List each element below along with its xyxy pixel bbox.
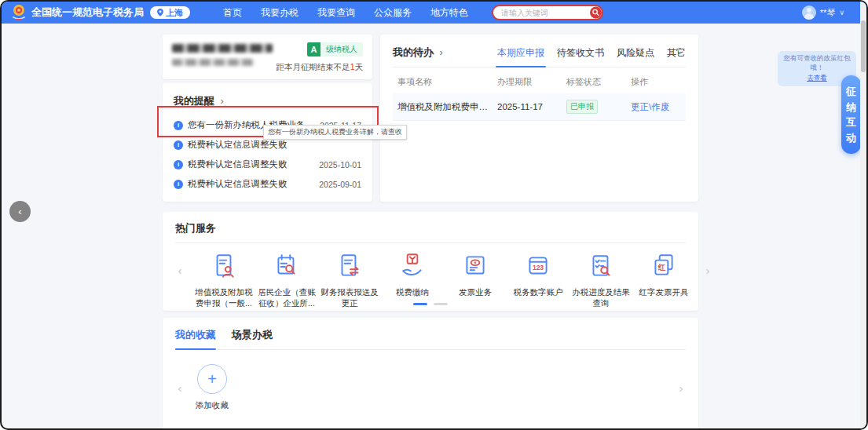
redacted-company-name <box>172 44 273 53</box>
rating-label: 级纳税人 <box>320 42 363 56</box>
column-header: 办理期限 <box>497 76 566 88</box>
info-icon: i <box>174 140 183 150</box>
svg-text:红: 红 <box>657 263 666 271</box>
service-item[interactable]: 增值税及附加税费申报（一般... <box>192 252 255 308</box>
doc-person-icon <box>210 252 238 280</box>
service-label: 增值税及附加税费申报（一般... <box>192 286 255 308</box>
reminder-text: 税费种认定信息调整失败 <box>188 159 314 170</box>
scrollbar-thumb[interactable] <box>861 20 866 72</box>
user-menu[interactable]: **琴 ∨ <box>802 5 844 20</box>
interaction-side-tab[interactable]: 征纳互动 <box>841 75 861 154</box>
doc-transfer-icon <box>335 252 364 280</box>
services-pagination <box>413 303 448 305</box>
location-pin-icon <box>157 9 163 16</box>
calendar-search-icon <box>273 252 301 280</box>
money-hand-icon <box>398 252 427 280</box>
location-label: 上海 <box>166 7 183 19</box>
service-label: 财务报表报送及更正 <box>318 286 381 308</box>
todos-tab[interactable]: 其它 <box>667 46 686 60</box>
service-label: 税费缴纳 <box>381 286 444 297</box>
service-label: 发票业务 <box>444 286 507 297</box>
top-navbar: 全国统一规范电子税务局 上海 首页我要办税我要查询公众服务地方特色 **琴 ∨ <box>2 2 866 24</box>
service-label: 居民企业（查账征收）企业所... <box>255 286 318 308</box>
reminder-text: 税费种认定信息调整失败 <box>188 178 314 190</box>
column-header: 标签状态 <box>566 76 631 88</box>
my-todos-card: 我的待办 › 本期应申报待签收文书风险疑点其它 事项名称办理期限标签状态操作 增… <box>380 35 698 202</box>
info-icon: i <box>174 180 183 189</box>
favorites-tab[interactable]: 我的收藏 <box>175 328 216 342</box>
policy-tooltip-text: 您有可查收的政策红包哦！ <box>784 54 851 71</box>
service-item[interactable]: 123税务数字账户 <box>507 252 570 308</box>
user-avatar <box>802 5 816 20</box>
scrollbar-track[interactable] <box>860 2 866 428</box>
filing-deadline-note: 距本月征期结束不足1天 <box>276 62 363 73</box>
tax-bureau-logo-icon <box>11 4 27 21</box>
redacted-tax-id <box>172 59 254 66</box>
todos-tabs: 本期应申报待签收文书风险疑点其它 <box>497 46 686 60</box>
global-search-box[interactable] <box>492 5 603 20</box>
search-input[interactable] <box>500 8 588 18</box>
service-label: 红字发票开具 <box>632 286 695 297</box>
info-icon: i <box>174 121 183 130</box>
services-next-button[interactable]: › <box>703 264 712 276</box>
search-icon <box>592 9 599 16</box>
nav-menu-item[interactable]: 我要办税 <box>261 6 298 20</box>
chevron-right-icon: › <box>220 95 223 107</box>
progress-search-icon <box>587 252 615 280</box>
todos-table-header: 事项名称办理期限标签状态操作 <box>393 67 686 93</box>
favorites-card: 我的收藏场景办税 ‹ + 添加收藏 › <box>163 318 698 430</box>
location-selector[interactable]: 上海 <box>150 6 190 19</box>
reminder-item[interactable]: i税费种认定信息调整失败2025-09-01 <box>174 174 361 194</box>
chevron-down-icon: ∨ <box>839 9 844 16</box>
reminders-header[interactable]: 我的提醒 › <box>174 93 361 108</box>
pagination-dot[interactable] <box>434 303 448 305</box>
service-item[interactable]: 红红字发票开具 <box>632 252 695 308</box>
sidebar-collapse-button[interactable]: ‹ <box>9 201 31 222</box>
service-item[interactable]: 财务报表报送及更正 <box>318 252 381 308</box>
favorites-prev-button[interactable]: ‹ <box>175 381 185 395</box>
electronic-tax-bureau-page: 全国统一规范电子税务局 上海 首页我要办税我要查询公众服务地方特色 **琴 ∨ <box>0 0 868 430</box>
search-button[interactable] <box>590 7 602 19</box>
table-row[interactable]: 增值税及附加税费申报（一般纳税人适...2025-11-17已申报更正\作废 <box>393 93 686 121</box>
taxpayer-profile-card: A 级纳税人 距本月征期结束不足1天 <box>163 35 372 79</box>
reminder-date: 2025-10-01 <box>319 160 361 169</box>
service-item[interactable]: 发票业务 <box>444 252 507 308</box>
reminder-text: 税费种认定信息调整失败 <box>188 139 357 151</box>
service-item[interactable]: 办税进度及结果查询 <box>570 252 632 308</box>
my-reminders-card: 我的提醒 › i您有一份新办纳税人税费业务详解，...2025-11-17i税费… <box>163 83 372 202</box>
divider <box>175 242 686 243</box>
todos-table-body: 增值税及附加税费申报（一般纳税人适...2025-11-17已申报更正\作废 <box>393 93 686 121</box>
favorites-tab[interactable]: 场景办税 <box>232 328 273 342</box>
hot-services-title: 热门服务 <box>175 221 686 235</box>
todos-tab[interactable]: 风险疑点 <box>617 46 654 60</box>
favorites-next-button[interactable]: › <box>676 381 686 395</box>
todos-tab[interactable]: 待签收文书 <box>557 46 604 60</box>
taxpayer-rating-badge[interactable]: A 级纳税人 <box>307 42 363 56</box>
todo-action-link[interactable]: 更正\作废 <box>631 101 681 113</box>
site-title: 全国统一规范电子税务局 <box>31 5 144 20</box>
todos-tab[interactable]: 本期应申报 <box>497 46 544 60</box>
pagination-dot[interactable] <box>413 303 427 305</box>
nav-menu-item[interactable]: 公众服务 <box>374 6 412 20</box>
services-prev-button[interactable]: ‹ <box>175 264 185 276</box>
add-favorite-button[interactable]: + 添加收藏 <box>196 364 229 411</box>
todo-name: 增值税及附加税费申报（一般纳税人适... <box>397 101 497 113</box>
service-label: 税务数字账户 <box>507 286 570 297</box>
hot-services-card: 热门服务 ‹ 增值税及附加税费申报（一般...居民企业（查账征收）企业所...财… <box>163 212 698 311</box>
digital-account-icon: 123 <box>524 252 552 280</box>
user-name: **琴 <box>820 7 836 19</box>
service-item[interactable]: 居民企业（查账征收）企业所... <box>255 252 318 308</box>
service-item[interactable]: 税费缴纳 <box>381 252 444 308</box>
info-icon: i <box>174 160 183 169</box>
invoice-eye-icon <box>461 252 489 280</box>
nav-menu-item[interactable]: 我要查询 <box>317 6 355 20</box>
column-header: 事项名称 <box>397 76 497 88</box>
reminder-item[interactable]: i税费种认定信息调整失败2025-10-01 <box>174 155 361 174</box>
todos-header[interactable]: 我的待办 › <box>393 45 443 60</box>
reminder-tooltip: 您有一份新办纳税人税费业务详解，请查收 <box>263 125 407 140</box>
redacted-identity <box>172 42 273 72</box>
nav-menu-item[interactable]: 首页 <box>223 6 242 20</box>
favorites-tabs: 我的收藏场景办税 <box>175 328 686 350</box>
main-menu: 首页我要办税我要查询公众服务地方特色 <box>223 6 468 20</box>
nav-menu-item[interactable]: 地方特色 <box>430 6 468 20</box>
